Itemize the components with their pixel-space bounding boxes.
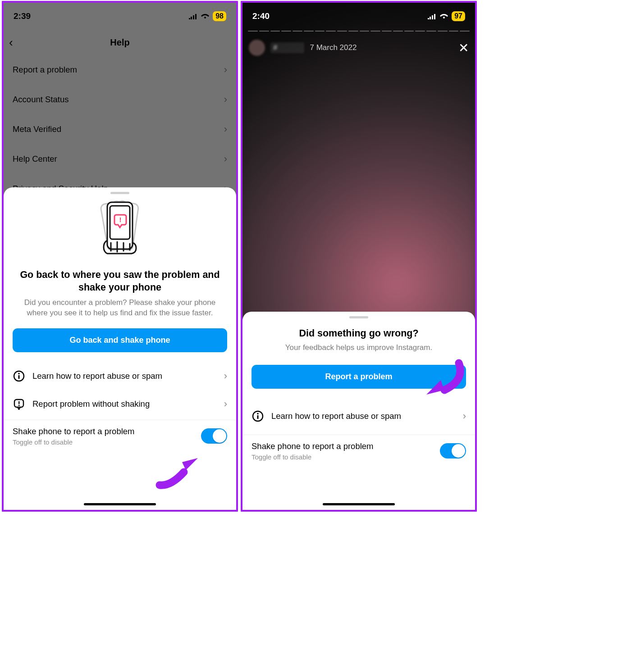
svg-rect-12 [257,415,259,419]
bottom-sheet: Did something go wrong? Your feedback he… [242,312,475,510]
toggle-subtitle: Toggle off to disable [251,453,440,461]
info-icon [251,410,264,422]
wifi-icon [439,13,448,19]
signal-icon [427,13,436,19]
report-without-shaking-row[interactable]: Report problem without shaking › [4,390,236,418]
status-time: 2:39 [14,11,31,21]
shake-toggle[interactable] [440,443,466,459]
sheet-title: Go back to where you saw the problem and… [4,269,236,294]
sheet-title: Did something go wrong? [242,326,475,340]
home-indicator[interactable] [323,503,395,505]
row-label: Report problem without shaking [32,399,217,409]
close-icon[interactable]: ✕ [458,41,469,55]
signal-icon [188,13,197,19]
shake-phone-illustration: ! [4,198,236,261]
left-screenshot: 2:39 98 ‹ Help Report a problem› Account… [2,1,238,512]
svg-point-13 [257,413,259,415]
sheet-grabber[interactable] [110,192,129,194]
sheet-grabber[interactable] [349,316,368,318]
help-item-account-status[interactable]: Account Status› [4,85,236,114]
nav-bar: ‹ Help [4,30,236,55]
shake-toggle-row: Shake phone to report a problem Toggle o… [242,435,475,464]
chevron-right-icon: › [224,64,227,76]
svg-rect-6 [18,375,20,379]
help-item-report[interactable]: Report a problem› [4,55,236,85]
svg-point-10 [18,404,20,406]
story-progress [248,31,470,32]
status-bar: 2:40 97 [242,3,475,30]
chevron-right-icon: › [463,410,466,422]
learn-abuse-row[interactable]: Learn how to report abuse or spam › [242,402,475,430]
toggle-title: Shake phone to report a problem [251,441,440,451]
sheet-subtitle: Did you encounter a problem? Please shak… [4,294,236,318]
help-item-help-center[interactable]: Help Center› [4,144,236,174]
story-username[interactable]: # [270,42,304,53]
toggle-title: Shake phone to report a problem [13,427,201,436]
info-icon [13,370,25,382]
help-item-meta-verified[interactable]: Meta Verified› [4,114,236,144]
svg-text:!: ! [119,216,122,223]
chevron-right-icon: › [224,94,227,105]
battery-badge: 98 [213,11,226,21]
page-title: Help [110,37,129,48]
status-time: 2:40 [252,11,270,21]
annotation-arrow [155,451,209,494]
sheet-subtitle: Your feedback helps us improve Instagram… [242,340,475,353]
shake-toggle-row: Shake phone to report a problem Toggle o… [4,420,236,450]
chevron-right-icon: › [224,153,227,165]
chevron-right-icon: › [224,370,227,382]
wifi-icon [201,13,210,19]
annotation-arrow [420,359,470,405]
learn-abuse-row[interactable]: Learn how to report abuse or spam › [4,362,236,390]
avatar[interactable] [249,40,265,56]
report-icon [13,398,25,410]
svg-point-7 [18,372,20,374]
row-label: Learn how to report abuse or spam [271,411,456,421]
right-screenshot: 2:40 97 # 7 March 2022 ✕ Did something g… [241,1,477,512]
story-header: # 7 March 2022 ✕ [242,40,475,56]
shake-toggle[interactable] [201,428,227,444]
story-timestamp: 7 March 2022 [310,43,357,52]
status-bar: 2:39 98 [4,3,236,30]
toggle-subtitle: Toggle off to disable [13,438,201,446]
home-indicator[interactable] [84,503,156,505]
go-back-shake-button[interactable]: Go back and shake phone [13,328,227,352]
back-icon[interactable]: ‹ [9,36,13,50]
row-label: Learn how to report abuse or spam [32,371,217,381]
svg-rect-9 [18,401,19,404]
chevron-right-icon: › [224,398,227,410]
battery-badge: 97 [452,11,465,21]
chevron-right-icon: › [224,123,227,135]
